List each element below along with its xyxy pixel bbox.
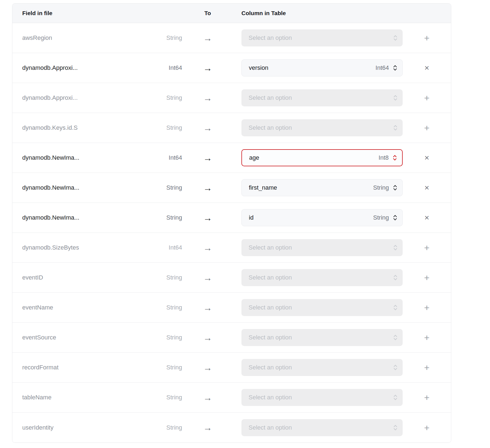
- mapping-row: dynamodb.Approxi... Int64 → version Int6…: [12, 53, 451, 83]
- add-mapping-button[interactable]: +: [419, 120, 435, 136]
- field-type-label: String: [149, 214, 182, 221]
- column-select: Select an option: [241, 239, 403, 256]
- column-select[interactable]: id String: [241, 209, 403, 226]
- chevron-up-down-icon: [393, 244, 398, 251]
- column-select: Select an option: [241, 119, 403, 136]
- column-select-value: version: [249, 64, 375, 71]
- add-mapping-button[interactable]: +: [419, 299, 435, 316]
- remove-mapping-button[interactable]: ×: [419, 60, 435, 76]
- add-mapping-button[interactable]: +: [419, 419, 435, 436]
- field-type-label: Int64: [149, 154, 182, 161]
- field-type-label: String: [149, 94, 182, 101]
- field-type-label: String: [149, 34, 182, 42]
- field-name-label: dynamodb.SizeBytes: [22, 244, 149, 251]
- mapping-row: dynamodb.Approxi... String → Select an o…: [12, 83, 451, 113]
- arrow-right-icon: →: [182, 303, 233, 312]
- mapping-row: eventID String → Select an option +: [12, 263, 451, 293]
- remove-mapping-button[interactable]: ×: [419, 209, 435, 226]
- mapping-rows: awsRegion String → Select an option + dy…: [12, 23, 451, 443]
- add-mapping-button[interactable]: +: [419, 269, 435, 286]
- column-select-value: Select an option: [249, 424, 389, 431]
- field-name-label: dynamodb.NewIma...: [22, 184, 149, 191]
- remove-mapping-button[interactable]: ×: [419, 150, 435, 166]
- field-name-label: eventID: [22, 274, 149, 281]
- mapping-row: dynamodb.NewIma... String → first_name S…: [12, 173, 451, 203]
- column-select[interactable]: first_name String: [241, 179, 403, 196]
- column-select[interactable]: age Int8: [241, 149, 403, 166]
- column-select-value: Select an option: [249, 244, 389, 251]
- mapping-row: dynamodb.NewIma... Int64 → age Int8 ×: [12, 143, 451, 173]
- column-select-value: Select an option: [249, 124, 389, 131]
- field-type-label: Int64: [149, 244, 182, 251]
- arrow-right-icon: →: [182, 213, 233, 222]
- chevron-up-down-icon: [392, 154, 397, 161]
- arrow-right-icon: →: [182, 63, 233, 73]
- arrow-right-icon: →: [182, 423, 233, 432]
- add-mapping-button[interactable]: +: [419, 329, 435, 346]
- field-type-label: Int64: [149, 64, 182, 71]
- column-select: Select an option: [241, 299, 403, 316]
- field-name-label: recordFormat: [22, 364, 149, 371]
- column-select-value: first_name: [249, 184, 373, 191]
- chevron-up-down-icon: [393, 34, 398, 42]
- add-mapping-button[interactable]: +: [419, 359, 435, 376]
- arrow-right-icon: →: [182, 123, 233, 132]
- arrow-right-icon: →: [182, 153, 233, 162]
- add-mapping-button[interactable]: +: [419, 389, 435, 406]
- chevron-up-down-icon: [393, 394, 398, 401]
- column-select[interactable]: version Int64: [241, 59, 403, 76]
- column-select: Select an option: [241, 29, 403, 46]
- field-type-label: String: [149, 274, 182, 281]
- column-select: Select an option: [241, 359, 403, 376]
- add-mapping-button[interactable]: +: [419, 30, 435, 46]
- column-select-value: age: [249, 154, 378, 161]
- arrow-right-icon: →: [182, 333, 233, 342]
- field-name-label: dynamodb.NewIma...: [22, 154, 149, 161]
- field-type-label: String: [149, 184, 182, 191]
- column-select: Select an option: [241, 389, 403, 406]
- mapping-row: dynamodb.NewIma... String → id String ×: [12, 203, 451, 233]
- arrow-right-icon: →: [182, 93, 233, 103]
- column-select-value: Select an option: [249, 304, 389, 311]
- add-mapping-button[interactable]: +: [419, 239, 435, 256]
- arrow-right-icon: →: [182, 393, 233, 402]
- chevron-up-down-icon: [393, 334, 398, 341]
- column-select-type: Int8: [378, 154, 389, 161]
- field-type-label: String: [149, 424, 182, 431]
- column-select-value: Select an option: [249, 34, 389, 42]
- chevron-up-down-icon: [393, 274, 398, 281]
- field-name-label: eventName: [22, 304, 149, 311]
- column-select-value: Select an option: [249, 364, 389, 371]
- chevron-up-down-icon: [393, 214, 397, 221]
- mapping-row: dynamodb.Keys.id.S String → Select an op…: [12, 113, 451, 143]
- field-name-label: dynamodb.Approxi...: [22, 64, 149, 71]
- field-name-label: eventSource: [22, 334, 149, 341]
- mapping-row: tableName String → Select an option +: [12, 383, 451, 413]
- column-select: Select an option: [241, 269, 403, 286]
- add-mapping-button[interactable]: +: [419, 90, 435, 106]
- column-select-value: id: [249, 214, 373, 221]
- field-name-label: dynamodb.Keys.id.S: [22, 124, 149, 131]
- column-select-value: Select an option: [249, 334, 389, 341]
- chevron-up-down-icon: [393, 424, 398, 431]
- column-select-value: Select an option: [249, 394, 389, 401]
- field-type-label: String: [149, 364, 182, 371]
- mapping-row: awsRegion String → Select an option +: [12, 23, 451, 53]
- field-type-label: String: [149, 304, 182, 311]
- field-name-label: userIdentity: [22, 424, 149, 431]
- arrow-right-icon: →: [182, 183, 233, 192]
- column-select-type: String: [373, 184, 389, 191]
- field-mapping-table: Field in file To Column in Table awsRegi…: [12, 3, 451, 443]
- column-select-type: String: [373, 214, 389, 221]
- arrow-right-icon: →: [182, 273, 233, 282]
- column-select: Select an option: [241, 89, 403, 106]
- header-field-in-file: Field in file: [22, 10, 149, 16]
- header-column-in-table: Column in Table: [241, 10, 403, 16]
- remove-mapping-button[interactable]: ×: [419, 179, 435, 196]
- chevron-up-down-icon: [393, 304, 398, 311]
- mapping-row: eventName String → Select an option +: [12, 293, 451, 323]
- field-name-label: dynamodb.NewIma...: [22, 214, 149, 221]
- field-type-label: String: [149, 394, 182, 401]
- arrow-right-icon: →: [182, 34, 233, 43]
- chevron-up-down-icon: [393, 124, 398, 131]
